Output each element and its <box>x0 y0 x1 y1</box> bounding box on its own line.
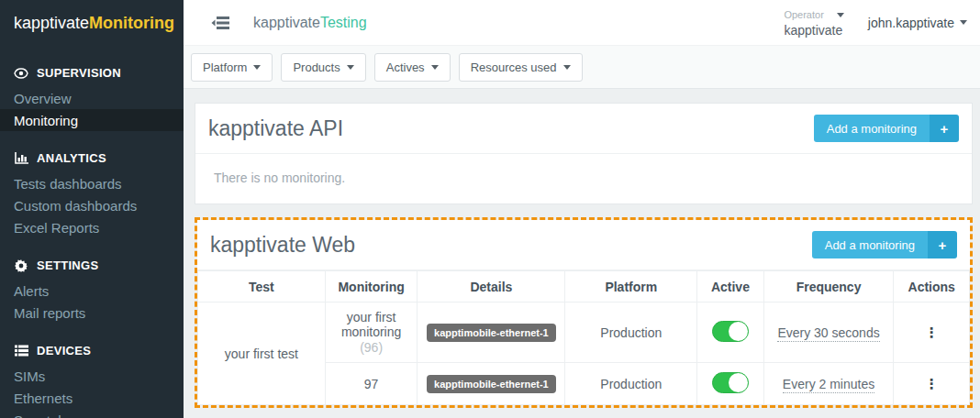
sidebar-item-label: Tests dashboards <box>14 176 122 192</box>
filter-label: Platform <box>203 60 247 74</box>
sidebar-item-label: Alerts <box>14 283 49 299</box>
filter-label: Resources used <box>471 60 557 74</box>
sidebar-item-label: SIMs <box>14 368 45 384</box>
sidebar-item-monitoring[interactable]: Monitoring <box>0 109 184 131</box>
monitoring-name-cell: 97 <box>325 363 418 405</box>
sidebar-item-custom-dashboards[interactable]: Custom dashboards <box>0 194 184 216</box>
tenant-brand-light: kapptivate <box>253 15 320 30</box>
kebab-menu-icon[interactable]: ⋮ <box>925 324 939 340</box>
frequency-cell: Every 2 minutes <box>763 363 894 405</box>
actions-cell: ⋮ <box>894 302 970 363</box>
chevron-down-icon <box>347 65 354 70</box>
plus-icon[interactable]: + <box>930 115 959 142</box>
device-badge: kapptimobile-ethernet-1 <box>427 324 556 342</box>
monitoring-id: (96) <box>329 340 414 355</box>
empty-monitoring-message: There is no monitoring. <box>195 154 972 204</box>
toggle-knob <box>729 373 748 392</box>
sidebar-item-smartphones[interactable]: Smartphones <box>0 409 184 418</box>
content: kapptivate API Add a monitoring + There … <box>184 89 980 418</box>
panel-kapptivate-web: kapptivate Web Add a monitoring + Test <box>197 220 970 405</box>
active-cell <box>697 363 763 405</box>
table-row: your first test your first monitoring (9… <box>198 302 970 363</box>
app-logo: kapptivateMonitoring <box>0 0 184 46</box>
filter-label: Actives <box>386 60 425 74</box>
sidebar-item-alerts[interactable]: Alerts <box>0 280 184 302</box>
active-toggle[interactable] <box>712 372 749 393</box>
sidebar-item-label: Excel Reports <box>14 220 99 236</box>
kebab-menu-icon[interactable]: ⋮ <box>925 376 939 391</box>
operator-dropdown[interactable]: Operator kapptivate <box>784 6 843 38</box>
add-monitoring-label: Add a monitoring <box>814 115 930 142</box>
col-platform: Platform <box>565 271 697 302</box>
frequency-cell: Every 30 seconds <box>763 302 894 363</box>
sidebar-toggle-icon[interactable] <box>211 16 229 30</box>
section-label: SETTINGS <box>37 258 98 272</box>
chevron-down-icon <box>960 20 967 25</box>
sidebar-item-ethernets[interactable]: Ethernets <box>0 387 184 409</box>
filter-label: Products <box>293 60 340 74</box>
filter-bar: Platform Products Actives Resources used <box>184 46 980 89</box>
filter-platform-button[interactable]: Platform <box>191 53 273 82</box>
sidebar-item-excel-reports[interactable]: Excel Reports <box>0 216 184 238</box>
sidebar-item-mail-reports[interactable]: Mail reports <box>0 302 184 324</box>
panel-web-title: kapptivate Web <box>210 233 355 258</box>
table-header-row: Test Monitoring Details Platform Active … <box>198 271 970 302</box>
add-monitoring-button[interactable]: Add a monitoring + <box>814 115 959 142</box>
col-monitoring: Monitoring <box>325 271 418 302</box>
operator-value: kapptivate <box>784 23 843 39</box>
col-active: Active <box>697 271 763 302</box>
chevron-down-icon <box>253 65 261 70</box>
gear-icon <box>14 259 28 272</box>
platform-cell: Production <box>565 363 697 405</box>
user-name: john.kapptivate <box>868 16 954 30</box>
panel-api-header: kapptivate API Add a monitoring + <box>195 104 972 154</box>
chevron-down-icon <box>837 13 844 17</box>
active-toggle[interactable] <box>712 321 749 342</box>
main-area: kapptivateTesting Operator kapptivate jo… <box>184 0 980 418</box>
col-actions: Actions <box>894 271 970 302</box>
toggle-knob <box>729 322 748 341</box>
test-name-cell: your first test <box>198 302 326 405</box>
app-logo-bold: Monitoring <box>89 14 174 33</box>
sidebar-item-sims[interactable]: SIMs <box>0 365 184 387</box>
sidebar-item-label: Ethernets <box>14 390 72 406</box>
chevron-down-icon <box>563 65 571 70</box>
topbar-right: Operator kapptivate john.kapptivate <box>784 6 980 38</box>
active-cell <box>697 302 763 363</box>
add-monitoring-button[interactable]: Add a monitoring + <box>812 231 957 258</box>
sidebar-item-label: Mail reports <box>14 305 85 321</box>
monitoring-name: your first monitoring <box>341 310 401 339</box>
section-label: ANALYTICS <box>37 151 106 165</box>
frequency-link[interactable]: Every 30 seconds <box>777 325 879 342</box>
section-label: SUPERVISION <box>37 66 121 80</box>
tenant-brand[interactable]: kapptivateTesting <box>253 15 367 31</box>
eye-icon <box>14 67 28 80</box>
col-details: Details <box>418 271 565 302</box>
sidebar-item-label: Overview <box>14 91 72 106</box>
panel-web-header: kapptivate Web Add a monitoring + <box>197 220 970 270</box>
sidebar-item-tests-dashboards[interactable]: Tests dashboards <box>0 172 184 194</box>
highlight-dashed-border: kapptivate Web Add a monitoring + Test <box>195 217 973 408</box>
monitoring-name-cell: your first monitoring (96) <box>325 302 418 363</box>
col-frequency: Frequency <box>763 271 894 302</box>
sidebar-item-overview[interactable]: Overview <box>0 87 184 109</box>
platform-cell: Production <box>565 302 697 363</box>
bar-chart-icon <box>14 152 28 165</box>
sidebar: kapptivateMonitoring SUPERVISION Overvie… <box>0 0 184 418</box>
topbar: kapptivateTesting Operator kapptivate jo… <box>184 0 980 46</box>
plus-icon[interactable]: + <box>928 231 957 258</box>
frequency-link[interactable]: Every 2 minutes <box>783 377 874 393</box>
app-logo-light: kapptivate <box>14 14 89 33</box>
chevron-down-icon <box>431 65 439 70</box>
devices-icon <box>14 345 28 358</box>
col-test: Test <box>198 271 326 302</box>
user-menu[interactable]: john.kapptivate <box>868 16 967 30</box>
filter-actives-button[interactable]: Actives <box>374 53 451 82</box>
operator-label: Operator <box>784 9 823 22</box>
device-badge: kapptimobile-ethernet-1 <box>427 375 556 393</box>
tenant-brand-accent: Testing <box>320 15 367 30</box>
filter-products-button[interactable]: Products <box>281 53 365 82</box>
sidebar-item-label: Monitoring <box>14 113 78 128</box>
filter-resources-used-button[interactable]: Resources used <box>459 53 583 82</box>
panel-api-title: kapptivate API <box>208 116 343 141</box>
